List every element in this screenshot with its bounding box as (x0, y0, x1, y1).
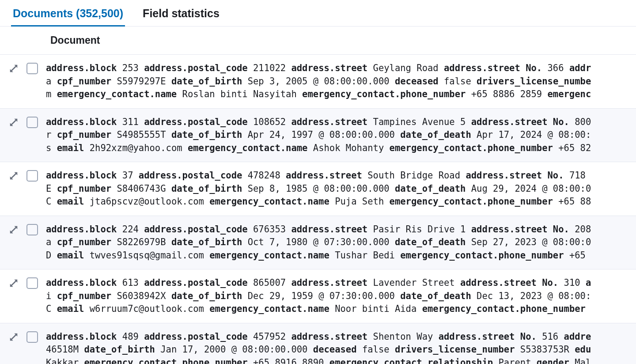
expand-icon[interactable] (9, 225, 19, 235)
field-value: i (46, 291, 51, 301)
field-value: C (46, 303, 51, 314)
field-name: address.street No. (471, 117, 569, 127)
tab-field-statistics[interactable]: Field statistics (141, 4, 221, 26)
field-name: email (57, 303, 84, 314)
field-value: Oct 7, 1980 @ 07:30:00.000 (248, 237, 390, 247)
field-value: Apr 24, 1997 @ 08:00:00.000 (248, 129, 395, 140)
field-name: emergency_contact.phone_number (390, 143, 553, 153)
field-value: Geylang Road (373, 63, 439, 73)
field-value: 211022 (253, 63, 286, 73)
expand-icon[interactable] (9, 278, 19, 288)
row-checkbox[interactable] (26, 331, 38, 343)
field-name: emergency_contact.phone_number (84, 357, 247, 364)
field-name: date_of_birth (84, 344, 155, 355)
field-name: address.street (291, 277, 367, 288)
field-name: address.postal_code (139, 170, 242, 181)
expand-icon[interactable] (9, 332, 19, 342)
field-name: deceased (395, 76, 439, 87)
field-name: emergency_contact.name (57, 89, 177, 99)
field-name: drivers_license_number (395, 344, 515, 355)
field-value: Roslan binti Nasyitah (182, 89, 297, 99)
field-name: email (57, 196, 84, 207)
row-checkbox[interactable] (26, 277, 38, 289)
field-value: +65 82 (558, 143, 591, 153)
field-value: S5383753R (520, 344, 569, 355)
field-value: 253 (122, 63, 139, 73)
field-name: address.street No. (466, 170, 564, 181)
tab-documents[interactable]: Documents (352,500) (11, 4, 125, 26)
row-checkbox[interactable] (26, 224, 38, 235)
field-value: Tampines Avenue 5 (373, 117, 466, 127)
field-value: 366 (548, 63, 564, 73)
field-name: email (57, 143, 84, 153)
field-name: date_of_death (400, 291, 471, 301)
table-row: address.block 37 address.postal_code 478… (0, 162, 636, 216)
field-name: deceased (313, 344, 357, 355)
field-value: 800 (575, 117, 591, 127)
field-value: 108652 (253, 117, 286, 127)
field-name: address.street No. (444, 63, 542, 73)
row-checkbox[interactable] (26, 170, 38, 182)
field-name: date_of_death (400, 129, 471, 140)
document-list: address.block 253 address.postal_code 21… (0, 55, 636, 364)
field-value: 865007 (253, 277, 286, 288)
field-value: Sep 8, 1985 @ 08:00:00.000 (248, 183, 390, 194)
field-name: address.block (46, 331, 117, 342)
field-name: address.postal_code (144, 224, 248, 235)
field-name: addr (569, 63, 591, 73)
field-value: Sep 27, 2023 @ 08:00:0 (471, 237, 591, 247)
expand-icon[interactable] (9, 64, 19, 73)
field-name: address.street (291, 331, 367, 342)
field-value: Tushar Bedi (335, 250, 395, 261)
field-value: 311 (122, 117, 139, 127)
table-row: address.block 253 address.postal_code 21… (0, 55, 636, 109)
field-value: 457952 (253, 331, 286, 342)
field-name: address.block (46, 117, 117, 127)
field-name: emergency_contact.phone_number (302, 89, 466, 99)
field-value: 37 (122, 170, 133, 181)
document-summary: address.block 37 address.postal_code 478… (46, 169, 636, 209)
field-value: w6rruum7c@outlook.com (90, 303, 204, 314)
tabs-bar: Documents (352,500) Field statistics (0, 0, 636, 27)
field-name: address.street No. (460, 277, 558, 288)
field-value: Kakkar (46, 357, 79, 364)
field-value: Pasir Ris Drive 1 (373, 224, 466, 235)
document-summary: address.block 613 address.postal_code 86… (46, 277, 636, 316)
field-name: address.postal_code (144, 63, 248, 73)
field-name: gender (537, 357, 569, 364)
field-name: address.street (286, 170, 362, 181)
field-name: address.street (291, 117, 367, 127)
field-value: +65 88 (558, 196, 591, 207)
field-name: address.block (46, 63, 117, 73)
field-value: 2h92xzm@yahoo.com (90, 143, 182, 153)
field-name: date_of_birth (171, 291, 242, 301)
field-name: addre (564, 331, 591, 342)
field-name: address.postal_code (144, 117, 248, 127)
table-row: address.block 489 address.postal_code 45… (0, 323, 636, 364)
row-checkbox[interactable] (26, 117, 38, 128)
field-value: S8406743G (117, 183, 166, 194)
field-name: cpf_number (57, 291, 111, 301)
expand-icon[interactable] (9, 118, 19, 127)
expand-icon[interactable] (9, 171, 19, 181)
table-row: address.block 311 address.postal_code 10… (0, 109, 636, 163)
document-summary: address.block 224 address.postal_code 67… (46, 223, 636, 262)
field-value: 676353 (253, 224, 286, 235)
field-value: S4985555T (117, 129, 166, 140)
column-header-document: Document (50, 34, 100, 46)
field-value: jta6pscvz@outlook.com (90, 196, 204, 207)
field-value: Apr 17, 2024 @ 08:00: (477, 129, 591, 140)
field-name: address.street (291, 63, 367, 73)
field-value: 478248 (248, 170, 280, 181)
field-name: cpf_number (57, 183, 111, 194)
field-name: address.postal_code (144, 277, 248, 288)
field-value: Aug 29, 2024 @ 08:00:0 (471, 183, 591, 194)
field-name: emergency_contact.relationship (329, 357, 493, 364)
field-name: emergency_contact.phone_number (422, 303, 586, 314)
field-value: Jan 17, 2000 @ 08:00:00.000 (160, 344, 307, 355)
row-checkbox[interactable] (26, 63, 38, 74)
field-value: false (444, 76, 471, 87)
field-name: emergency_contact.name (209, 303, 329, 314)
field-value: 489 (122, 331, 139, 342)
field-name: address.block (46, 224, 117, 235)
